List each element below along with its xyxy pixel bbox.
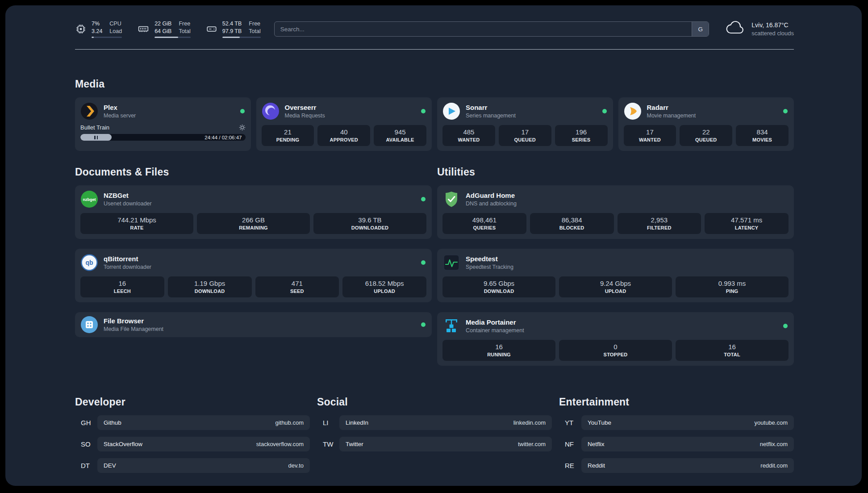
status-dot [240, 109, 245, 113]
service-card-sonarr[interactable]: Sonarr Series management 485 WANTED 17 Q… [437, 97, 613, 151]
service-subtitle: Media Requests [285, 113, 325, 119]
stat-tile: 834 MOVIES [736, 125, 789, 146]
service-subtitle: Usenet downloader [104, 201, 152, 207]
bookmark-row: GH Github github.com [75, 415, 310, 430]
playback-progress-bar[interactable]: 24:44 / 02:06:47 [80, 134, 246, 141]
bookmark-netflix[interactable]: Netflix netflix.com [581, 437, 794, 451]
bookmark-dev[interactable]: DEV dev.to [97, 458, 310, 473]
service-subtitle: Container management [466, 327, 524, 334]
memory-free-label: Free [179, 20, 190, 28]
stat-tile: 16 TOTAL [676, 340, 789, 361]
section-title-social: Social [317, 396, 552, 408]
stat-label: PING [677, 288, 787, 294]
bookmark-row: TW Twitter twitter.com [317, 437, 552, 451]
weather-widget[interactable]: Lviv, 16.87°C scattered clouds [725, 21, 794, 38]
disk-free-label: Free [249, 20, 260, 28]
bookmark-row: RE Reddit reddit.com [559, 458, 794, 473]
stat-tile: 266 GB REMAINING [197, 213, 310, 234]
memory-total-value: 64 GiB [154, 28, 171, 35]
stat-value: 9.24 Gbps [561, 280, 670, 287]
stat-label: PENDING [263, 137, 313, 142]
service-subtitle: Movie management [647, 113, 696, 119]
stat-value: 485 [444, 128, 493, 136]
stat-value: 21 [263, 128, 313, 136]
stat-label: DOWNLOAD [170, 288, 250, 294]
service-card-overseerr[interactable]: Overseerr Media Requests 21 PENDING 40 A… [256, 97, 432, 151]
stat-tile: 1.19 Gbps DOWNLOAD [168, 276, 252, 297]
section-social: Social LI LinkedIn linkedin.com TW Twitt… [317, 396, 552, 473]
stat-tile: 0 STOPPED [559, 340, 672, 361]
status-dot [783, 109, 788, 113]
bookmark-url: github.com [275, 419, 304, 426]
stat-tile: 9.65 Gbps DOWNLOAD [442, 276, 555, 297]
service-subtitle: Media server [104, 113, 136, 119]
stat-label: QUERIES [444, 225, 525, 230]
bookmark-twitter[interactable]: Twitter twitter.com [339, 437, 552, 451]
service-name: qBittorrent [104, 255, 151, 263]
stat-label: STOPPED [561, 352, 670, 357]
bookmark-name: Github [104, 419, 121, 426]
stat-label: RUNNING [444, 352, 554, 357]
bookmark-stackoverflow[interactable]: StackOverflow stackoverflow.com [97, 437, 310, 451]
search-input[interactable] [275, 22, 692, 36]
stat-value: 16 [82, 280, 163, 287]
bookmark-name: Netflix [588, 441, 605, 447]
service-card-qbittorrent[interactable]: qb qBittorrent Torrent downloader 16 LEE… [75, 249, 432, 302]
gear-icon[interactable] [239, 124, 246, 131]
bookmark-youtube[interactable]: YouTube youtube.com [581, 415, 794, 430]
service-card-adguard[interactable]: AdGuard Home DNS and adblocking 498,461 … [437, 185, 794, 239]
service-card-nzbget[interactable]: nzbget NZBGet Usenet downloader 744.21 M… [75, 185, 432, 239]
radarr-icon [624, 102, 642, 120]
service-card-radarr[interactable]: Radarr Movie management 17 WANTED 22 QUE… [618, 97, 794, 151]
service-card-portainer[interactable]: Media Portainer Container management 16 … [437, 312, 794, 366]
bookmark-github[interactable]: Github github.com [97, 415, 310, 430]
memory-icon [137, 23, 150, 35]
cpu-usage-value: 7% [92, 20, 102, 28]
cloud-icon [725, 21, 746, 38]
search-bar: G [274, 21, 709, 37]
stat-tile: 17 QUEUED [499, 125, 551, 146]
stat-value: 9.65 Gbps [444, 280, 554, 287]
service-subtitle: Series management [466, 113, 516, 119]
bookmark-name: LinkedIn [346, 419, 368, 426]
stat-label: REMAINING [199, 225, 308, 230]
section-entertainment: Entertainment YT YouTube youtube.com NF … [559, 396, 794, 473]
service-card-filebrowser[interactable]: File Browser Media File Management [75, 312, 432, 337]
stat-label: WANTED [626, 137, 675, 142]
stat-tile: 2,953 FILTERED [618, 213, 701, 234]
service-card-plex[interactable]: Plex Media server Bullet Train [75, 97, 251, 151]
bookmark-row: DT DEV dev.to [75, 458, 310, 473]
bookmark-abbr: YT [559, 419, 581, 426]
nzbget-icon: nzbget [80, 190, 98, 208]
filebrowser-icon [80, 316, 98, 334]
stat-tile: 196 SERIES [555, 125, 608, 146]
bookmark-url: linkedin.com [513, 419, 546, 426]
bookmark-row: LI LinkedIn linkedin.com [317, 415, 552, 430]
stat-tile: 744.21 Mbps RATE [80, 213, 193, 234]
service-name: NZBGet [104, 192, 152, 199]
stat-tile: 498,461 QUERIES [442, 213, 526, 234]
stat-value: 498,461 [444, 216, 525, 224]
disk-free-value: 52.4 TB [222, 20, 242, 28]
stat-tile: 16 LEECH [80, 276, 164, 297]
stat-value: 196 [557, 128, 606, 136]
pause-icon[interactable] [94, 136, 98, 139]
service-card-speedtest[interactable]: Speedtest Speedtest Tracking 9.65 Gbps D… [437, 249, 794, 302]
now-playing-widget: Bullet Train [80, 124, 246, 141]
memory-usage-bar [154, 37, 191, 38]
status-dot [602, 109, 607, 113]
stat-tile: 471 SEED [255, 276, 339, 297]
now-playing-title: Bullet Train [80, 124, 109, 131]
status-dot [421, 260, 426, 265]
section-media: Media Plex Media serv [75, 78, 794, 151]
search-provider-button[interactable]: G [692, 22, 709, 36]
stat-value: 17 [501, 128, 550, 136]
bookmark-reddit[interactable]: Reddit reddit.com [581, 458, 794, 473]
bookmark-url: reddit.com [760, 462, 788, 469]
stat-value: 0 [561, 343, 670, 351]
service-name: AdGuard Home [466, 192, 517, 199]
bookmark-url: twitter.com [518, 441, 546, 447]
stat-value: 47.571 ms [706, 216, 787, 224]
stat-tile: 21 PENDING [262, 125, 314, 146]
bookmark-linkedin[interactable]: LinkedIn linkedin.com [339, 415, 552, 430]
